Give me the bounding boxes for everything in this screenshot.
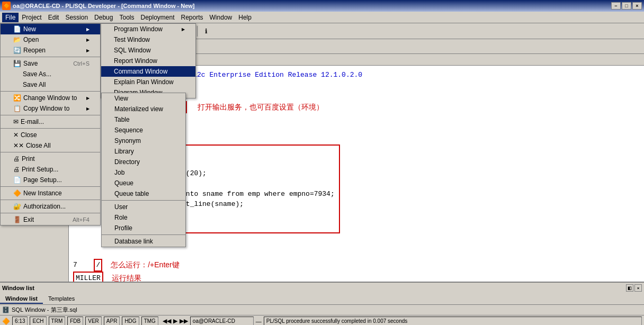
app-icon: 🔶 — [2, 2, 11, 10]
miller-result: MILLER — [73, 272, 103, 282]
save-file-icon: 💾 — [13, 60, 21, 67]
status-result: PL/SQL procedure successfully completed … — [264, 317, 642, 326]
reopen-arrow: ▶ — [86, 48, 90, 53]
window-list-bar: Window list ◧ × — [0, 282, 644, 293]
menu-debug[interactable]: Debug — [91, 13, 116, 22]
open-arrow: ▶ — [86, 38, 90, 42]
annotation1: 打开输出服务，也可百度设置（环境） — [198, 102, 324, 113]
window-list-close[interactable]: × — [634, 284, 642, 292]
cwi-directory[interactable]: Directory — [102, 157, 185, 167]
miller-line: MILLER 运行结果 — [73, 272, 640, 282]
maximize-button[interactable]: □ — [622, 2, 631, 10]
page-setup-icon: 📄 — [13, 176, 21, 184]
menu-email[interactable]: ✉ E-mail... — [1, 116, 100, 127]
window-list-dock[interactable]: ◧ — [626, 284, 633, 292]
slash-cmd: / — [94, 259, 102, 272]
status-sep: — — [256, 318, 262, 324]
menu-exit[interactable]: 🚪 Exit Alt+F4 — [1, 214, 100, 225]
new-explain-window[interactable]: Explain Plan Window — [101, 77, 195, 87]
menu-deployment[interactable]: Deployment — [137, 13, 177, 22]
window-list-section: Window list ◧ × Window list Templates 🗄️… — [0, 282, 644, 315]
info-btn[interactable]: ℹ — [200, 25, 212, 38]
menu-page-setup[interactable]: 📄 Page Setup... — [1, 175, 100, 185]
cwi-user[interactable]: User — [102, 202, 185, 212]
new-sql-window[interactable]: SQL Window — [101, 45, 195, 56]
email-icon: ✉ — [13, 118, 19, 125]
change-icon: 🔀 — [13, 94, 21, 102]
window-title: oa@ORACLE-CD - PL/SQL Developer - [Comma… — [13, 3, 195, 9]
menu-authorization[interactable]: 🔐 Authorization... — [1, 201, 100, 212]
new-report-window[interactable]: Report Window — [101, 56, 195, 66]
menu-file[interactable]: File — [2, 13, 19, 22]
db-icon: 🔶 — [2, 318, 10, 325]
menu-save[interactable]: 💾 Save Ctrl+S — [1, 58, 100, 69]
title-bar-left: 🔶 oa@ORACLE-CD - PL/SQL Developer - [Com… — [2, 2, 195, 10]
cwi-job[interactable]: Job — [102, 167, 185, 178]
cwi-sequence[interactable]: Sequence — [102, 125, 185, 136]
status-playback: ◀◀ ▶ ▶▶ — [163, 318, 188, 324]
menu-close-all[interactable]: ✕✕ Close All — [1, 140, 100, 151]
menu-copy-window[interactable]: 📋 Copy Window to ▶ — [1, 103, 100, 114]
close-button[interactable]: × — [632, 2, 642, 10]
cwi-db-link[interactable]: Database link — [102, 236, 185, 247]
copy-window-icon: 📋 — [13, 105, 21, 112]
sep-5 — [1, 152, 100, 152]
print-setup-icon: 🖨 — [13, 166, 20, 173]
menu-save-as[interactable]: Save As... — [1, 69, 100, 79]
sql-window-label: SQL Window - 第三章.sql — [12, 306, 77, 314]
menu-session[interactable]: Session — [62, 13, 91, 22]
new-program-window[interactable]: Program Window ▶ — [101, 24, 195, 34]
menu-open[interactable]: 📂 Open ▶ — [1, 34, 100, 45]
menu-help[interactable]: Help — [235, 13, 255, 22]
cwi-queue[interactable]: Queue — [102, 178, 185, 188]
menu-project[interactable]: Project — [19, 13, 44, 22]
cwi-mat-view[interactable]: Materialized view — [102, 104, 185, 114]
menu-reopen[interactable]: 🔄 Reopen ▶ — [1, 45, 100, 56]
window-list-title: Window list — [2, 285, 34, 291]
menu-tools[interactable]: Tools — [116, 13, 137, 22]
change-window-submenu: View Materialized view Table Sequence Sy… — [101, 93, 186, 247]
cwi-role[interactable]: Role — [102, 212, 185, 223]
dropdown-overlay: 📄 New ▶ 📂 Open ▶ 🔄 Reopen ▶ 💾 Save — [0, 23, 101, 225]
menu-reports[interactable]: Reports — [178, 13, 207, 22]
menu-print-setup[interactable]: 🖨 Print Setup... — [1, 164, 100, 175]
cwi-profile[interactable]: Profile — [102, 223, 185, 233]
new-command-window[interactable]: Command Window — [101, 66, 195, 77]
status-ver: VER — [85, 317, 102, 326]
pause-icon[interactable]: ▶ — [173, 318, 177, 324]
cwi-queue-table[interactable]: Queue table — [102, 188, 185, 199]
menu-print[interactable]: 🖨 Print — [1, 154, 100, 164]
menu-save-all[interactable]: Save All — [1, 79, 100, 90]
tab-window-list[interactable]: Window list — [0, 294, 43, 304]
status-ech: ECH — [30, 317, 46, 326]
copy-window-arrow: ▶ — [86, 106, 90, 111]
new-test-window[interactable]: Test Window — [101, 34, 195, 45]
sep5 — [197, 26, 198, 37]
tab-templates[interactable]: Templates — [43, 294, 80, 304]
annotation4: 运行结果 — [112, 273, 141, 282]
menu-window[interactable]: Window — [207, 13, 236, 22]
menu-close[interactable]: ✕ Close — [1, 130, 100, 140]
change-arrow: ▶ — [86, 96, 90, 101]
menu-new[interactable]: 📄 New ▶ — [1, 24, 100, 34]
sep-2 — [1, 91, 100, 92]
sep-4 — [1, 128, 100, 129]
cwi-view[interactable]: View — [102, 93, 185, 104]
menu-change-window[interactable]: 🔀 Change Window to ▶ View Materialized v… — [1, 93, 100, 103]
cwi-table[interactable]: Table — [102, 114, 185, 125]
reopen-icon: 🔄 — [13, 47, 21, 54]
sql-window-icon: 🗄️ — [2, 306, 10, 313]
play-fwd-icon[interactable]: ▶▶ — [180, 318, 188, 324]
sep-6 — [1, 186, 100, 187]
menu-new-instance[interactable]: 🔶 New Instance — [1, 188, 100, 198]
minimize-button[interactable]: − — [611, 2, 621, 10]
cwi-library[interactable]: Library — [102, 146, 185, 157]
file-dropdown: 📄 New ▶ 📂 Open ▶ 🔄 Reopen ▶ 💾 Save — [0, 23, 101, 225]
play-icon[interactable]: ◀◀ — [163, 318, 171, 324]
title-controls[interactable]: − □ × — [611, 2, 642, 10]
window-item-sql[interactable]: 🗄️ SQL Window - 第三章.sql — [0, 305, 644, 315]
cwi-synonym[interactable]: Synonym — [102, 136, 185, 146]
sep-1 — [1, 57, 100, 57]
menu-edit[interactable]: Edit — [45, 13, 62, 22]
open-icon: 📂 — [13, 36, 21, 43]
